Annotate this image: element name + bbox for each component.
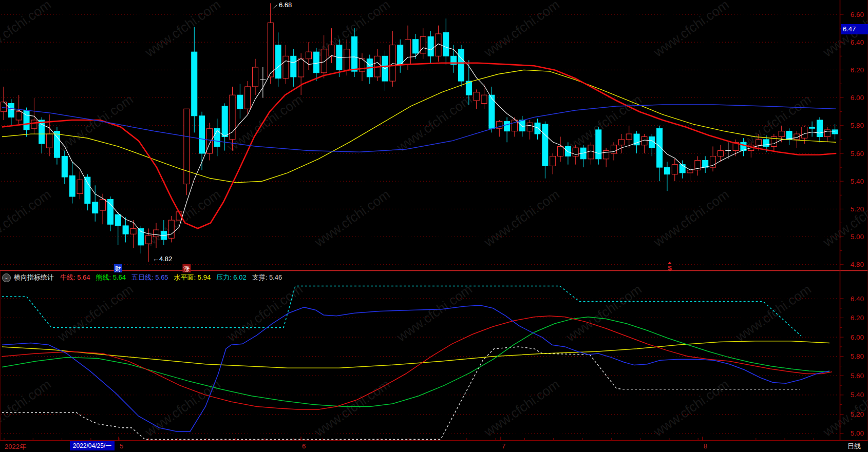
indicator-item: 水平面: 5.94 — [174, 273, 211, 281]
candle-series[interactable] — [1, 3, 838, 262]
y-axis-label: 6.20 — [851, 314, 864, 322]
up-candle — [16, 112, 22, 120]
up-candle — [47, 134, 52, 148]
indicator-values: 牛线: 5.64熊线: 5.64五日线: 5.65水平面: 5.94压力: 6.… — [60, 273, 288, 282]
up-candle — [306, 52, 312, 59]
down-candle — [138, 228, 144, 245]
down-candle — [504, 122, 510, 131]
熊线 — [2, 317, 829, 407]
moving-average-lines — [2, 44, 836, 236]
x-axis-month-label: 5 — [120, 442, 123, 450]
y-axis-label: 6.60 — [851, 11, 864, 18]
x-axis-month-label: 7 — [502, 442, 505, 450]
up-candle — [573, 148, 578, 156]
period-label[interactable]: 日线 — [840, 441, 868, 451]
up-candle — [321, 49, 327, 73]
last-price-tag: 6.47 — [841, 24, 868, 34]
y-axis-label: 5.00 — [851, 429, 864, 437]
压力线 — [2, 286, 801, 337]
down-candle — [85, 177, 90, 203]
down-candle — [459, 49, 464, 81]
down-candle — [39, 120, 45, 144]
up-candle — [626, 134, 632, 140]
down-candle — [412, 40, 418, 53]
price-annotation: 6.68 — [279, 1, 292, 9]
up-candle — [168, 220, 174, 238]
price-annotation: ←4.82 — [153, 255, 172, 263]
up-candle — [405, 40, 411, 65]
down-candle — [8, 103, 14, 117]
up-candle — [718, 151, 723, 156]
up-candle — [420, 36, 426, 53]
up-candle — [298, 59, 304, 77]
down-candle — [398, 45, 403, 65]
down-candle — [192, 52, 197, 116]
down-candle — [62, 156, 67, 177]
down-candle — [428, 36, 433, 56]
down-candle — [443, 32, 449, 56]
event-marker-text: 涨 — [183, 265, 190, 272]
down-candle — [664, 167, 670, 174]
stock-chart-window: www.cfchi.comwww.cfchi.comwww.cfchi.comw… — [0, 0, 868, 452]
y-axis-label: 5.20 — [851, 205, 864, 213]
down-candle — [680, 165, 685, 173]
down-candle — [519, 120, 525, 131]
up-candle — [756, 140, 762, 145]
y-axis-label: 6.20 — [851, 66, 864, 74]
candlestick-chart-surface[interactable]: 6.606.406.206.005.805.605.405.205.004.80… — [0, 0, 868, 452]
indicator-bar: ⌄ 横向指标统计 牛线: 5.64熊线: 5.64五日线: 5.65水平面: 5… — [2, 272, 288, 283]
up-candle — [245, 87, 251, 109]
up-candle — [474, 92, 479, 101]
down-candle — [291, 56, 296, 77]
date-tag: 2022/04/25/一 — [70, 441, 115, 450]
up-candle — [77, 180, 83, 193]
down-candle — [107, 199, 113, 224]
up-candle — [31, 120, 37, 128]
down-candle — [313, 52, 319, 73]
indicator-item: 支撑: 5.46 — [252, 273, 282, 281]
down-candle — [115, 214, 121, 226]
indicator-item: 牛线: 5.64 — [60, 273, 90, 281]
down-candle — [69, 175, 75, 196]
y-axis-label: 5.40 — [851, 178, 864, 185]
event-marker-text: 财 — [115, 265, 121, 272]
ma-red-thick — [2, 63, 836, 229]
up-candle — [558, 146, 563, 156]
up-candle — [329, 45, 334, 56]
up-candle — [344, 49, 350, 70]
year-label: 2022年 — [5, 442, 26, 451]
up-candle — [146, 235, 152, 244]
down-candle — [703, 161, 708, 168]
up-candle — [527, 123, 533, 131]
down-candle — [535, 123, 540, 134]
up-candle — [154, 230, 159, 237]
牛线 — [2, 316, 832, 409]
collapse-indicator-icon[interactable]: ⌄ — [2, 273, 11, 282]
y-axis-label: 5.60 — [851, 372, 864, 380]
time-axis-bar[interactable]: 2022年 2022/04/25/一 日线 5678 — [0, 441, 868, 452]
up-candle — [618, 140, 624, 145]
y-axis-label: 6.40 — [851, 38, 864, 46]
up-candle — [390, 45, 395, 81]
up-candle — [130, 228, 136, 234]
五日线 — [2, 305, 829, 431]
up-candle — [100, 199, 106, 210]
indicator-panel-title: 横向指标统计 — [14, 273, 54, 282]
indicator-lines — [2, 286, 832, 440]
down-candle — [832, 130, 838, 134]
up-candle — [268, 23, 273, 77]
gridlines — [1, 14, 839, 434]
down-candle — [54, 131, 60, 158]
indicator-item: 五日线: 5.65 — [131, 273, 168, 281]
up-candle — [206, 128, 212, 153]
up-candle — [588, 145, 594, 159]
up-candle — [672, 165, 677, 174]
y-axis-label: 5.40 — [851, 391, 864, 399]
dollar-marker: $ — [668, 264, 672, 272]
indicator-item: 压力: 6.02 — [216, 273, 247, 281]
down-candle — [222, 106, 228, 137]
y-axis-label: 4.80 — [851, 261, 864, 268]
up-candle — [550, 156, 556, 166]
y-axis-label: 5.60 — [851, 150, 864, 158]
down-candle — [24, 110, 29, 130]
